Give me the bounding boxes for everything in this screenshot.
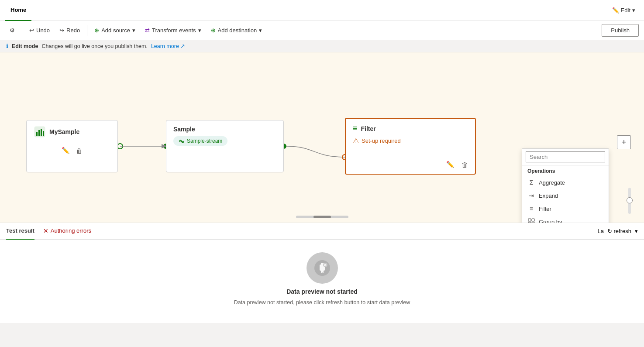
mysample-name: MySample <box>49 128 79 135</box>
redo-icon: ↪ <box>59 27 64 34</box>
refresh-text: refresh <box>614 228 631 234</box>
edit-button[interactable]: ✏️ Edit ▾ <box>609 5 639 15</box>
last-label: La <box>597 228 603 234</box>
transform-chevron: ▾ <box>198 27 201 34</box>
redo-label: Redo <box>66 27 80 34</box>
add-destination-label: Add destination <box>218 27 257 34</box>
toolbar: ⚙ ↩ Undo ↪ Redo ⊕ Add source ▾ ⇄ Transfo… <box>0 21 644 40</box>
learn-more-link[interactable]: Learn more ↗ <box>151 43 185 49</box>
zoom-controls <box>628 188 631 214</box>
svg-rect-12 <box>532 219 534 221</box>
dropdown-item-groupby[interactable]: Group by <box>522 215 609 223</box>
test-result-label: Test result <box>6 227 34 234</box>
stream-label: Sample-stream <box>187 138 222 144</box>
info-message: Changes will go live once you publish th… <box>41 43 148 49</box>
svg-rect-8 <box>38 130 40 136</box>
svg-rect-10 <box>43 131 44 136</box>
add-node-button[interactable]: + <box>617 135 631 149</box>
undo-button[interactable]: ↩ Undo <box>25 25 54 36</box>
filter-dropdown-label: Filter <box>539 206 551 212</box>
info-icon: ℹ <box>6 43 8 49</box>
canvas-scrollbar[interactable] <box>296 216 348 218</box>
canvas-scroll-thumb <box>313 216 331 218</box>
dropdown-item-filter[interactable]: ≡ Filter <box>522 202 609 215</box>
empty-state: Data preview not started Data preview no… <box>0 240 644 318</box>
tab-test-result[interactable]: Test result <box>6 223 34 240</box>
learn-more-label: Learn more <box>151 43 179 49</box>
expand-label: Expand <box>539 192 558 199</box>
aggregate-icon: Σ <box>527 179 535 186</box>
dropdown-search-container <box>522 149 609 165</box>
mysample-title: MySample <box>34 126 110 138</box>
edit-mode-label: Edit mode <box>12 43 38 49</box>
undo-icon: ↩ <box>29 27 34 34</box>
filter-edit-button[interactable]: ✏️ <box>444 159 456 170</box>
svg-point-0 <box>117 144 123 149</box>
mysample-delete-button[interactable]: 🗑 <box>74 145 84 156</box>
transform-events-button[interactable]: ⇄ Transform events ▾ <box>141 25 206 36</box>
edit-icon: ✏️ <box>612 7 619 14</box>
zoom-track[interactable] <box>628 188 631 214</box>
refresh-label[interactable]: ↻ refresh <box>607 228 631 234</box>
edit-chevron-icon: ▾ <box>632 7 635 14</box>
add-destination-button[interactable]: ⊕ Add destination ▾ <box>207 25 267 36</box>
mysample-edit-button[interactable]: ✏️ <box>60 145 72 156</box>
operations-section-label: Operations <box>522 165 609 176</box>
add-source-icon: ⊕ <box>94 27 99 34</box>
transform-icon: ⇄ <box>145 27 150 34</box>
filter-title: ≡ Filter <box>353 124 468 133</box>
warning-icon: ⚠ <box>353 137 359 145</box>
empty-icon <box>307 252 338 284</box>
separator-1 <box>22 25 22 36</box>
redo-button[interactable]: ↪ Redo <box>55 25 84 36</box>
authoring-errors-label: Authoring errors <box>51 227 91 234</box>
add-source-label: Add source <box>101 27 130 34</box>
add-destination-icon: ⊕ <box>211 27 216 34</box>
svg-rect-14 <box>532 222 534 223</box>
tab-authoring-errors[interactable]: ✕ Authoring errors <box>43 223 91 240</box>
filter-name: Filter <box>361 125 376 132</box>
separator-2 <box>87 25 87 36</box>
filter-dropdown-icon: ≡ <box>527 205 535 213</box>
zoom-thumb <box>627 197 633 203</box>
sample-title: Sample <box>173 126 276 133</box>
filter-icon: ≡ <box>353 124 358 133</box>
publish-label: Publish <box>611 27 630 34</box>
svg-rect-20 <box>321 263 324 265</box>
svg-rect-9 <box>41 129 42 136</box>
dropdown-item-expand[interactable]: ⇥ Expand <box>522 189 609 202</box>
transform-label: Transform events <box>152 27 196 34</box>
filter-node[interactable]: ≡ Filter ⚠ Set-up required ✏️ 🗑 <box>345 118 476 175</box>
add-source-chevron: ▾ <box>132 27 135 34</box>
undo-label: Undo <box>36 27 50 34</box>
mysample-icon <box>34 126 46 138</box>
svg-rect-11 <box>528 219 531 221</box>
expand-icon: ⇥ <box>527 192 535 199</box>
bottom-panel: Test result ✕ Authoring errors La ↻ refr… <box>0 223 644 323</box>
mysample-node[interactable]: MySample ✏️ 🗑 <box>26 120 118 172</box>
aggregate-label: Aggregate <box>539 179 565 186</box>
stream-chip-icon <box>179 138 185 144</box>
sample-node[interactable]: Sample Sample-stream <box>166 120 284 172</box>
dropdown-item-aggregate[interactable]: Σ Aggregate <box>522 176 609 189</box>
refresh-chevron[interactable]: ▾ <box>635 228 638 234</box>
filter-delete-button[interactable]: 🗑 <box>460 159 470 170</box>
dropdown-search-input[interactable] <box>526 151 605 162</box>
canvas[interactable]: MySample ✏️ 🗑 Sample Sample-stream ≡ Fil… <box>0 52 644 223</box>
filter-status: Set-up required <box>362 137 401 144</box>
svg-rect-7 <box>36 132 38 136</box>
groupby-label: Group by <box>539 219 562 223</box>
add-source-button[interactable]: ⊕ Add source ▾ <box>90 25 140 36</box>
bottom-actions: La ↻ refresh ▾ <box>597 228 638 234</box>
sample-name: Sample <box>173 126 195 133</box>
home-tab[interactable]: Home <box>5 0 31 21</box>
settings-button[interactable]: ⚙ <box>5 25 19 36</box>
filter-warning: ⚠ Set-up required <box>353 137 468 145</box>
info-bar: ℹ Edit mode Changes will go live once yo… <box>0 40 644 52</box>
top-nav: Home ✏️ Edit ▾ <box>0 0 644 21</box>
mysample-actions: ✏️ 🗑 <box>34 145 110 156</box>
operations-dropdown: Operations Σ Aggregate ⇥ Expand ≡ Filter… <box>522 148 609 223</box>
svg-rect-13 <box>528 222 531 223</box>
error-badge: ✕ Authoring errors <box>43 227 91 234</box>
publish-button[interactable]: Publish <box>602 24 639 37</box>
